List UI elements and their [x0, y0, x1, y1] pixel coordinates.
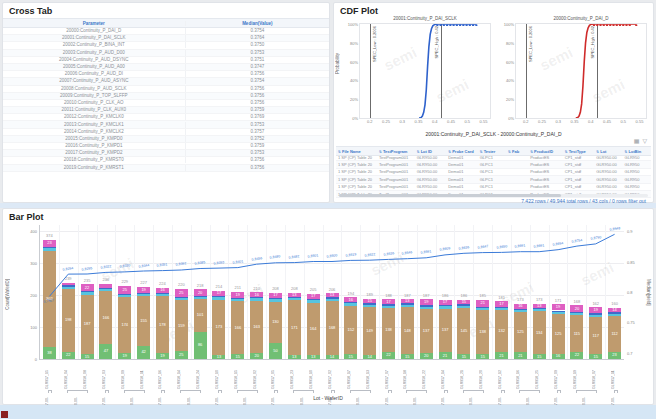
x-category-label: GLR958_07 — [592, 363, 596, 389]
sort-icon: ⇅ — [379, 150, 382, 154]
x-category-label: GLR958_19 — [573, 363, 577, 389]
table-row[interactable]: 20013:Continuity_P_KMCLK10.3753 — [3, 121, 329, 128]
column-label: TestType — [569, 149, 586, 154]
table-row[interactable]: 20019:Continuity_P_KMRST10.3756 — [3, 165, 329, 172]
median-cell: 0.3756 — [186, 165, 329, 171]
table-row[interactable]: 20005:Continuity_P_AUD_A000.3747 — [3, 64, 329, 71]
table-row[interactable]: 20011:Continuity_P_CLK_AUX00.3759 — [3, 107, 329, 114]
lot-group-bracket — [124, 390, 145, 393]
y-tick-label: 20% — [350, 97, 358, 102]
x-category-label: GLR958_04 — [64, 363, 68, 389]
ft-col-file-name[interactable]: ⇅File Name — [336, 149, 377, 154]
x-category-label: GLR957_12 — [498, 363, 502, 389]
table-row[interactable]: 20017:Continuity_P_KMPD20.3753 — [3, 150, 329, 157]
ft-col-testprogram[interactable]: ⇅TestProgram — [377, 149, 415, 154]
cross-tab-header: Parameter Median(Value) — [3, 18, 329, 28]
table-row[interactable]: 20002:Continuity_P_BINA_INT0.3750 — [3, 42, 329, 49]
column-label: Fab — [512, 149, 519, 154]
table-row[interactable]: 1 SP (CP) Table 20TestProgram001GLR950.0… — [336, 161, 651, 168]
table-row[interactable]: 1 SP (CP) Table 20TestProgram001GLR950.0… — [336, 154, 651, 161]
cdf-panel: CDF Plot Probability 20001:Continuity_P_… — [333, 2, 654, 203]
table-row[interactable]: 20007:Continuity_P_AUD_ASYNC0.3754 — [3, 78, 329, 85]
parameter-cell: 20004:Continuity_P_AUD_DSYNC — [3, 57, 186, 63]
sort-icon: ⇅ — [448, 150, 451, 154]
ft-col-probe-card[interactable]: ⇅Probe Card — [446, 149, 478, 154]
file-cell: GLR950.00 — [594, 162, 622, 167]
cross-tab-col-median[interactable]: Median(Value) — [186, 21, 329, 26]
file-cell: CP1_stdf — [563, 177, 595, 182]
cdf-plot-area[interactable]: 100%80%60%40%20%0%0.20.250.30.350.40.450… — [359, 23, 491, 119]
lot-group-bracket — [350, 390, 371, 393]
lot-group-bracket — [576, 390, 597, 393]
y-tick-label: 80% — [506, 40, 514, 45]
parameter-cell: 20016:Continuity_P_KMPD1 — [3, 143, 186, 149]
ft-col-lot-id[interactable]: ⇅Lot ID — [415, 149, 447, 154]
bottom-left-marker — [1, 411, 8, 418]
ft-col-tester[interactable]: ⇅Tester — [478, 149, 506, 154]
table-row[interactable]: 20006:Continuity_P_AUD_DI0.3756 — [3, 71, 329, 78]
table-row[interactable]: 20003:Continuity_P_AUD_D000.3753 — [3, 50, 329, 57]
left-tick-label: 300 — [30, 261, 37, 266]
filter-icon[interactable]: ▽ — [642, 138, 647, 144]
ft-col-testtype[interactable]: ⇅TestType — [563, 149, 595, 154]
table-row[interactable]: 20001:Continuity_P_DAI_SCLK0.3764 — [3, 35, 329, 42]
y-tick-label: 0% — [352, 116, 358, 121]
table-row[interactable]: 20016:Continuity_P_KMPD10.3759 — [3, 143, 329, 150]
bar-plot-area[interactable]: 01002003004000.70.750.80.850.9semisemise… — [39, 225, 624, 360]
table-row[interactable]: 20010:Continuity_P_CLK_AO0.3756 — [3, 100, 329, 107]
cross-tab-col-parameter[interactable]: Parameter — [3, 21, 186, 26]
cdf-subplot-1: 20000:Continuity_P_DAI_D100%80%60%40%20%… — [499, 16, 649, 128]
table-row[interactable]: 20018:Continuity_P_KMRST00.3756 — [3, 157, 329, 164]
x-tick-label: 0.2 — [367, 119, 373, 124]
table-row[interactable]: 20004:Continuity_P_AUD_DSYNC0.3751 — [3, 57, 329, 64]
parameter-cell: 20012:Continuity_P_KMCLK0 — [3, 114, 186, 120]
parameter-cell: 20017:Continuity_P_KMPD2 — [3, 150, 186, 156]
x-category-label: GLR958_09 — [121, 363, 125, 389]
lot-group-bracket — [105, 390, 109, 393]
y-tick-label: 40% — [506, 78, 514, 83]
x-category-label: GLR957_03 — [102, 363, 106, 389]
column-label: ProductID — [534, 149, 553, 154]
grid-icon[interactable]: ▦ — [634, 138, 640, 144]
median-cell: 0.3754 — [186, 78, 329, 84]
table-row[interactable]: 20015:Continuity_P_KMPD00.3752 — [3, 136, 329, 143]
lot-group-bracket — [218, 390, 222, 393]
ft-col-fab[interactable]: ⇅Fab — [506, 149, 528, 154]
lot-group-bracket — [161, 390, 165, 393]
column-label: Probe Card — [452, 149, 474, 154]
median-cell: 0.3759 — [186, 143, 329, 149]
lot-group-bracket — [388, 390, 392, 393]
parameter-cell: 20007:Continuity_P_AUD_ASYNC — [3, 78, 186, 84]
table-row[interactable]: 20012:Continuity_P_KMCLK00.3769 — [3, 114, 329, 121]
table-row[interactable]: 1 SP (CP) Table 20TestProgram001GLR950.0… — [336, 184, 651, 191]
file-cell: CP1_stdf — [563, 169, 595, 174]
x-category-label: GLR958_25 — [535, 363, 539, 389]
x-tick-label: 0.55 — [480, 119, 488, 124]
table-row[interactable]: 20000:Continuity_P_DAI_D0.3754 — [3, 28, 329, 35]
table-row[interactable]: 1 SP (CP) Table 20TestProgram001GLR950.0… — [336, 169, 651, 176]
ft-col-lotbin[interactable]: ⇅LotBin — [623, 149, 651, 154]
file-cell: CP1_stdf — [563, 162, 595, 167]
y-tick-label: 40% — [350, 78, 358, 83]
median-cell: 0.3756 — [186, 93, 329, 99]
cdf-plot-area[interactable]: 100%80%60%40%20%0%0.20.250.30.350.40.450… — [515, 23, 647, 119]
x-tick-label: 0.25 — [382, 119, 390, 124]
file-cell: 1 SP (CP) Table 20 — [336, 155, 377, 160]
ft-col-productid[interactable]: ⇅ProductID — [528, 149, 563, 154]
ft-col-lot[interactable]: ⇅Lot — [594, 149, 622, 154]
table-row[interactable]: 20009:Continuity_P_TOP_SLFFP0.3756 — [3, 93, 329, 100]
table-row[interactable]: 1 SP (CP) Table 20TestProgram001GLR950.0… — [336, 176, 651, 183]
median-cell: 0.3753 — [186, 50, 329, 56]
x-tick-label: 0.5 — [464, 119, 470, 124]
table-row[interactable]: 20014:Continuity_P_KMCLK20.3757 — [3, 129, 329, 136]
y-tick-label: 0% — [508, 116, 514, 121]
bar-y-left-label: Count[WaferID] — [5, 279, 10, 310]
bar-x-axis-title: Lot - WaferID — [3, 395, 653, 401]
median-cell: 0.3753 — [186, 150, 329, 156]
table-row[interactable]: 20008:Continuity_P_AUD_SCLK0.3756 — [3, 86, 329, 93]
x-category-label: GLR958_20 — [479, 363, 483, 389]
cdf-toolbar: ▦ ▽ — [634, 138, 647, 144]
file-cell: GLR950.00 — [415, 169, 447, 174]
cdf-subplot-title: 20000:Continuity_P_DAI_D — [513, 16, 649, 21]
parameter-cell: 20000:Continuity_P_DAI_D — [3, 28, 186, 34]
